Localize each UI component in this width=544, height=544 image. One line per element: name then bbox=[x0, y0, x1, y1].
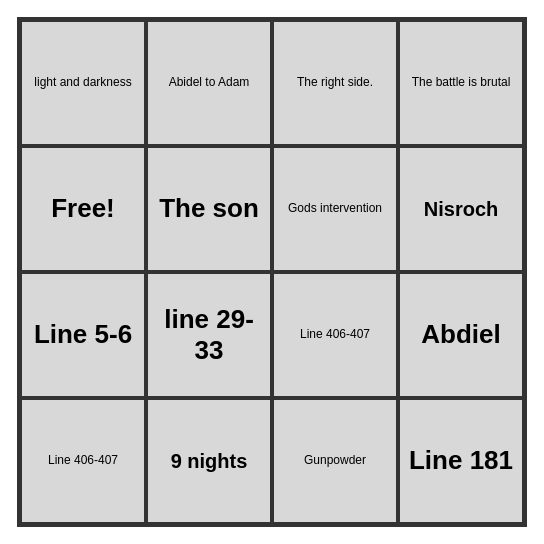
cell-r4c4: Line 181 bbox=[398, 398, 524, 524]
cell-text-r2c4: Nisroch bbox=[424, 197, 498, 221]
cell-r3c4: Abdiel bbox=[398, 272, 524, 398]
cell-r1c2: Abidel to Adam bbox=[146, 20, 272, 146]
cell-text-r3c1: Line 5-6 bbox=[34, 319, 132, 350]
cell-text-r2c2: The son bbox=[159, 193, 259, 224]
cell-r4c3: Gunpowder bbox=[272, 398, 398, 524]
cell-text-r3c3: Line 406-407 bbox=[300, 327, 370, 343]
cell-r1c1: light and darkness bbox=[20, 20, 146, 146]
cell-r4c2: 9 nights bbox=[146, 398, 272, 524]
cell-r2c4: Nisroch bbox=[398, 146, 524, 272]
cell-text-r2c1: Free! bbox=[51, 193, 115, 224]
cell-text-r1c4: The battle is brutal bbox=[412, 75, 511, 91]
cell-text-r1c1: light and darkness bbox=[34, 75, 131, 91]
cell-text-r4c4: Line 181 bbox=[409, 445, 513, 476]
cell-r4c1: Line 406-407 bbox=[20, 398, 146, 524]
cell-text-r4c2: 9 nights bbox=[171, 449, 248, 473]
cell-text-r2c3: Gods intervention bbox=[288, 201, 382, 217]
cell-text-r3c2: line 29-33 bbox=[152, 304, 266, 366]
cell-r2c1: Free! bbox=[20, 146, 146, 272]
cell-text-r1c2: Abidel to Adam bbox=[169, 75, 250, 91]
cell-r2c3: Gods intervention bbox=[272, 146, 398, 272]
cell-r3c2: line 29-33 bbox=[146, 272, 272, 398]
cell-r3c1: Line 5-6 bbox=[20, 272, 146, 398]
cell-text-r1c3: The right side. bbox=[297, 75, 373, 91]
cell-text-r4c3: Gunpowder bbox=[304, 453, 366, 469]
cell-r3c3: Line 406-407 bbox=[272, 272, 398, 398]
cell-r2c2: The son bbox=[146, 146, 272, 272]
cell-r1c4: The battle is brutal bbox=[398, 20, 524, 146]
cell-r1c3: The right side. bbox=[272, 20, 398, 146]
cell-text-r3c4: Abdiel bbox=[421, 319, 500, 350]
bingo-card: light and darknessAbidel to AdamThe righ… bbox=[17, 17, 527, 527]
cell-text-r4c1: Line 406-407 bbox=[48, 453, 118, 469]
